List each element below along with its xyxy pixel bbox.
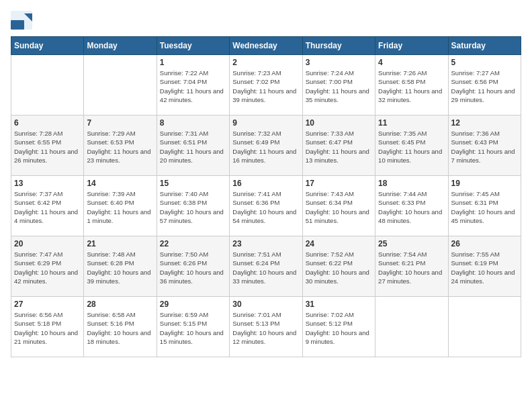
day-number: 13 <box>14 179 81 188</box>
calendar-cell: 19Sunrise: 7:45 AM Sunset: 6:31 PM Dayli… <box>448 176 521 236</box>
calendar-cell: 7Sunrise: 7:29 AM Sunset: 6:53 PM Daylig… <box>84 116 157 176</box>
calendar-cell: 17Sunrise: 7:43 AM Sunset: 6:34 PM Dayli… <box>302 176 375 236</box>
weekday-header: Friday <box>375 37 448 55</box>
cell-content: Sunrise: 6:59 AM Sunset: 5:15 PM Dayligh… <box>160 310 226 346</box>
cell-content: Sunrise: 7:55 AM Sunset: 6:19 PM Dayligh… <box>451 250 518 285</box>
calendar-cell: 25Sunrise: 7:54 AM Sunset: 6:21 PM Dayli… <box>375 236 448 297</box>
calendar-cell: 2Sunrise: 7:23 AM Sunset: 7:02 PM Daylig… <box>230 55 302 116</box>
day-number: 7 <box>87 118 153 128</box>
calendar-cell: 1Sunrise: 7:22 AM Sunset: 7:04 PM Daylig… <box>157 55 229 116</box>
weekday-header: Thursday <box>302 37 375 55</box>
calendar-cell: 4Sunrise: 7:26 AM Sunset: 6:58 PM Daylig… <box>375 55 448 116</box>
day-number: 4 <box>378 58 445 67</box>
day-number: 3 <box>306 58 372 67</box>
day-number: 29 <box>160 300 226 309</box>
cell-content: Sunrise: 7:36 AM Sunset: 6:43 PM Dayligh… <box>451 129 518 165</box>
cell-content: Sunrise: 7:51 AM Sunset: 6:24 PM Dayligh… <box>232 250 299 285</box>
weekday-header: Saturday <box>448 37 521 55</box>
day-number: 9 <box>232 118 299 128</box>
day-number: 16 <box>232 179 299 188</box>
calendar-cell <box>11 55 84 116</box>
calendar-cell: 11Sunrise: 7:35 AM Sunset: 6:45 PM Dayli… <box>375 116 448 176</box>
cell-content: Sunrise: 7:02 AM Sunset: 5:12 PM Dayligh… <box>306 310 372 346</box>
cell-content: Sunrise: 7:37 AM Sunset: 6:42 PM Dayligh… <box>14 189 81 225</box>
day-number: 14 <box>87 179 153 188</box>
day-number: 24 <box>306 239 372 248</box>
calendar-week-row: 6Sunrise: 7:28 AM Sunset: 6:55 PM Daylig… <box>11 116 521 176</box>
calendar-cell: 30Sunrise: 7:01 AM Sunset: 5:13 PM Dayli… <box>230 297 302 357</box>
day-number: 8 <box>160 118 226 128</box>
day-number: 12 <box>451 118 518 128</box>
calendar-cell: 12Sunrise: 7:36 AM Sunset: 6:43 PM Dayli… <box>448 116 521 176</box>
day-number: 28 <box>87 300 153 309</box>
calendar-cell: 13Sunrise: 7:37 AM Sunset: 6:42 PM Dayli… <box>11 176 84 236</box>
cell-content: Sunrise: 7:54 AM Sunset: 6:21 PM Dayligh… <box>378 250 445 285</box>
day-number: 5 <box>451 58 518 67</box>
calendar-cell: 16Sunrise: 7:41 AM Sunset: 6:36 PM Dayli… <box>230 176 302 236</box>
day-number: 30 <box>232 300 299 309</box>
calendar-week-row: 13Sunrise: 7:37 AM Sunset: 6:42 PM Dayli… <box>11 176 521 236</box>
calendar-cell <box>375 297 448 357</box>
svg-rect-2 <box>11 20 24 30</box>
day-number: 26 <box>451 239 518 248</box>
day-number: 31 <box>306 300 372 309</box>
cell-content: Sunrise: 7:43 AM Sunset: 6:34 PM Dayligh… <box>306 189 372 225</box>
calendar-cell <box>448 297 521 357</box>
calendar-cell: 20Sunrise: 7:47 AM Sunset: 6:29 PM Dayli… <box>11 236 84 297</box>
calendar-week-row: 27Sunrise: 6:56 AM Sunset: 5:18 PM Dayli… <box>11 297 521 357</box>
day-number: 6 <box>14 118 81 128</box>
weekday-header: Sunday <box>11 37 84 55</box>
calendar-cell: 28Sunrise: 6:58 AM Sunset: 5:16 PM Dayli… <box>84 297 157 357</box>
day-number: 15 <box>160 179 226 188</box>
cell-content: Sunrise: 7:28 AM Sunset: 6:55 PM Dayligh… <box>14 129 81 165</box>
cell-content: Sunrise: 7:40 AM Sunset: 6:38 PM Dayligh… <box>160 189 226 225</box>
cell-content: Sunrise: 7:48 AM Sunset: 6:28 PM Dayligh… <box>87 250 153 285</box>
cell-content: Sunrise: 7:26 AM Sunset: 6:58 PM Dayligh… <box>378 68 445 104</box>
logo-icon <box>11 11 32 30</box>
weekday-header: Monday <box>84 37 157 55</box>
cell-content: Sunrise: 7:50 AM Sunset: 6:26 PM Dayligh… <box>160 250 226 285</box>
cell-content: Sunrise: 6:56 AM Sunset: 5:18 PM Dayligh… <box>14 310 81 346</box>
day-number: 18 <box>378 179 445 188</box>
cell-content: Sunrise: 7:01 AM Sunset: 5:13 PM Dayligh… <box>232 310 299 346</box>
weekday-header: Tuesday <box>157 37 229 55</box>
weekday-header-row: SundayMondayTuesdayWednesdayThursdayFrid… <box>11 37 521 55</box>
calendar-week-row: 20Sunrise: 7:47 AM Sunset: 6:29 PM Dayli… <box>11 236 521 297</box>
calendar-cell: 6Sunrise: 7:28 AM Sunset: 6:55 PM Daylig… <box>11 116 84 176</box>
day-number: 2 <box>232 58 299 67</box>
calendar-cell: 24Sunrise: 7:52 AM Sunset: 6:22 PM Dayli… <box>302 236 375 297</box>
logo <box>11 11 34 30</box>
cell-content: Sunrise: 7:45 AM Sunset: 6:31 PM Dayligh… <box>451 189 518 225</box>
day-number: 23 <box>232 239 299 248</box>
cell-content: Sunrise: 7:32 AM Sunset: 6:49 PM Dayligh… <box>232 129 299 165</box>
cell-content: Sunrise: 7:41 AM Sunset: 6:36 PM Dayligh… <box>232 189 299 225</box>
calendar-cell: 27Sunrise: 6:56 AM Sunset: 5:18 PM Dayli… <box>11 297 84 357</box>
calendar-week-row: 1Sunrise: 7:22 AM Sunset: 7:04 PM Daylig… <box>11 55 521 116</box>
day-number: 27 <box>14 300 81 309</box>
calendar-cell: 23Sunrise: 7:51 AM Sunset: 6:24 PM Dayli… <box>230 236 302 297</box>
cell-content: Sunrise: 7:52 AM Sunset: 6:22 PM Dayligh… <box>306 250 372 285</box>
page-header <box>11 11 521 30</box>
calendar-cell: 9Sunrise: 7:32 AM Sunset: 6:49 PM Daylig… <box>230 116 302 176</box>
cell-content: Sunrise: 7:23 AM Sunset: 7:02 PM Dayligh… <box>232 68 299 104</box>
calendar-cell: 29Sunrise: 6:59 AM Sunset: 5:15 PM Dayli… <box>157 297 229 357</box>
day-number: 17 <box>306 179 372 188</box>
cell-content: Sunrise: 7:29 AM Sunset: 6:53 PM Dayligh… <box>87 129 153 165</box>
calendar-cell: 5Sunrise: 7:27 AM Sunset: 6:56 PM Daylig… <box>448 55 521 116</box>
calendar-cell: 18Sunrise: 7:44 AM Sunset: 6:33 PM Dayli… <box>375 176 448 236</box>
day-number: 20 <box>14 239 81 248</box>
cell-content: Sunrise: 7:31 AM Sunset: 6:51 PM Dayligh… <box>160 129 226 165</box>
calendar-cell: 22Sunrise: 7:50 AM Sunset: 6:26 PM Dayli… <box>157 236 229 297</box>
calendar-cell: 8Sunrise: 7:31 AM Sunset: 6:51 PM Daylig… <box>157 116 229 176</box>
day-number: 11 <box>378 118 445 128</box>
cell-content: Sunrise: 7:39 AM Sunset: 6:40 PM Dayligh… <box>87 189 153 225</box>
day-number: 10 <box>306 118 372 128</box>
cell-content: Sunrise: 7:27 AM Sunset: 6:56 PM Dayligh… <box>451 68 518 104</box>
calendar-table: SundayMondayTuesdayWednesdayThursdayFrid… <box>11 36 521 357</box>
calendar-cell: 21Sunrise: 7:48 AM Sunset: 6:28 PM Dayli… <box>84 236 157 297</box>
cell-content: Sunrise: 7:24 AM Sunset: 7:00 PM Dayligh… <box>306 68 372 104</box>
calendar-cell: 10Sunrise: 7:33 AM Sunset: 6:47 PM Dayli… <box>302 116 375 176</box>
cell-content: Sunrise: 7:44 AM Sunset: 6:33 PM Dayligh… <box>378 189 445 225</box>
day-number: 1 <box>160 58 226 67</box>
cell-content: Sunrise: 7:35 AM Sunset: 6:45 PM Dayligh… <box>378 129 445 165</box>
